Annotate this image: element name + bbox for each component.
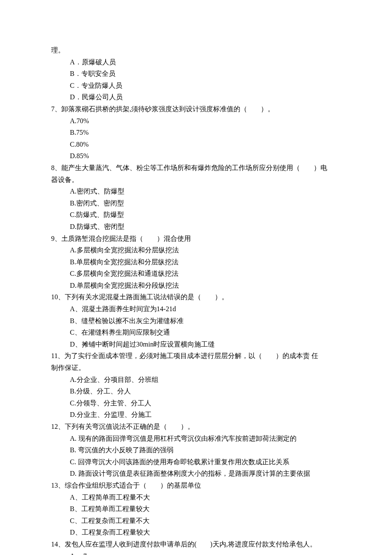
q8-stem-line1: 8、能产生大量蒸汽、气体、粉尘等工作场所和有爆炸危险的工作场所应分别使用（ ）电 xyxy=(51,162,341,173)
q7-stem: 7、卸落浆砌石拱桥的拱架,须待砂浆强度达到设计强度标准值的（ ）。 xyxy=(51,104,341,115)
q9-stem: 9、土质路堑混合挖掘法是指（ ）混合使用 xyxy=(51,233,341,244)
q6-option-d: D．民爆公司人员 xyxy=(51,92,341,103)
q14-option-a: A． 7 xyxy=(51,551,341,555)
q9-option-c: C.多层横向全宽挖掘法和通道纵挖法 xyxy=(51,268,341,279)
q13-option-b: B、工程简单而工程量较大 xyxy=(51,503,341,515)
q9-option-b: B.单层横向全宽挖掘法和分层纵挖法 xyxy=(51,257,341,268)
q10-option-d: D、摊铺中断时间超过30min时应设置横向施工缝 xyxy=(51,339,341,350)
q7-option-c: C.80% xyxy=(51,139,341,150)
q11-option-a: A.分企业、分项目部、分班组 xyxy=(51,374,341,385)
q7-option-a: A.70% xyxy=(51,116,341,127)
q12-option-a: A. 现有的路面回弹弯沉值是用杠杆式弯沉仪由标准汽车按前进卸荷法测定的 xyxy=(51,433,341,444)
q12-stem: 12、下列有关弯沉值说法不正确的是（ ）。 xyxy=(51,421,341,432)
q6-option-c: C．专业防爆人员 xyxy=(51,80,341,91)
q8-option-c: C.防爆式、防爆型 xyxy=(51,209,341,220)
q12-option-b: B. 弯沉值的大小反映了路面的强弱 xyxy=(51,445,341,456)
q11-option-d: D.分业主、分监理、分施工 xyxy=(51,409,341,420)
q14-stem: 14、发包人应在监理人收到进度付款申请单后的( )天内,将进度应付款支付给承包人… xyxy=(51,539,341,550)
q9-option-a: A.多层横向全宽挖掘法和分层纵挖法 xyxy=(51,245,341,256)
q13-option-c: C、工程复杂而工程量不大 xyxy=(51,515,341,526)
q9-option-d: D.单层横向全宽挖掘法和分段纵挖法 xyxy=(51,280,341,291)
q6-continuation: 理。 xyxy=(51,45,341,56)
q13-stem: 13、综合作业组织形式适合于（ ）的基层单位 xyxy=(51,480,341,491)
q12-option-c: C. 回弹弯沉大小同该路面的使用寿命即轮载累计重复作用次数成正比关系 xyxy=(51,457,341,468)
q8-option-a: A.密闭式、防爆型 xyxy=(51,186,341,197)
q11-option-c: C.分领导、分主管、分工人 xyxy=(51,398,341,409)
q6-option-b: B．专职安全员 xyxy=(51,68,341,79)
q8-stem-line2: 器设备。 xyxy=(51,174,341,185)
q13-option-d: D、工程复杂而工程量较大 xyxy=(51,527,341,538)
q8-option-b: B.密闭式、密闭型 xyxy=(51,198,341,209)
q11-option-b: B.分级、分工、分人 xyxy=(51,386,341,397)
document-page: 理。 A．原爆破人员 B．专职安全员 C．专业防爆人员 D．民爆公司人员 7、卸… xyxy=(0,0,392,555)
q10-stem: 10、下列有关水泥混凝土路面施工说法错误的是（ ）。 xyxy=(51,292,341,303)
q7-option-b: B.75% xyxy=(51,127,341,138)
q11-stem-line1: 11、为了实行全面成本管理，必须对施工项目成本进行层层分解，以（ ）的成本责 任 xyxy=(51,350,341,361)
q10-option-b: B、缝壁检验以擦不出灰尘为灌缝标准 xyxy=(51,315,341,327)
q12-option-d: D. 路面设计弯沉值是表征路面整体刚度大小的指标，是路面厚度计算的主要依据 xyxy=(51,468,341,479)
q10-option-a: A、混凝土路面养生时间宜为14-21d xyxy=(51,304,341,315)
q6-option-a: A．原爆破人员 xyxy=(51,57,341,68)
q7-option-d: D.85% xyxy=(51,150,341,162)
q8-option-d: D.防爆式、密闭型 xyxy=(51,221,341,232)
q13-option-a: A、工程简单而工程量不大 xyxy=(51,492,341,503)
q11-stem-line2: 制作保证。 xyxy=(51,362,341,373)
q10-option-c: C、在灌缝料养生期间应限制交通 xyxy=(51,327,341,338)
